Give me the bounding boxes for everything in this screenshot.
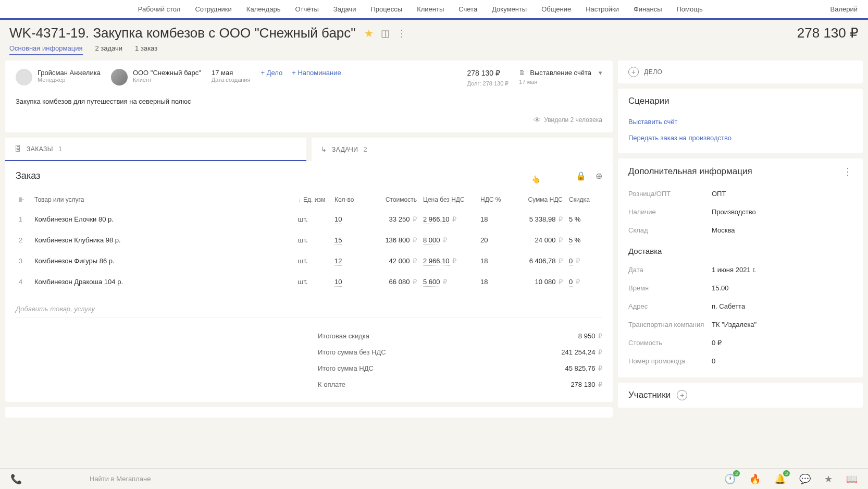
add-reminder-link[interactable]: + Напоминание (292, 69, 341, 77)
delivery-address-value: п. Сабетта (712, 302, 745, 310)
participants-title: Участники (628, 390, 671, 400)
retail-label: Розница/ОПТ (628, 190, 712, 198)
nav-finance[interactable]: Финансы (634, 5, 662, 13)
section-tab-orders[interactable]: 🗄 ЗАКАЗЫ 1 (5, 138, 306, 161)
row-name: Комбинезон Клубника 98 р. (31, 230, 295, 251)
status-block[interactable]: 🗎 Выставление счёта ▾ 17 мая (519, 69, 602, 85)
sort-icon[interactable]: ↓ (298, 196, 301, 203)
summary-amount: 278 130 ₽ (467, 69, 509, 77)
col-name[interactable]: Товар или услуга (31, 191, 295, 209)
nav-documents[interactable]: Документы (492, 5, 527, 13)
table-row[interactable]: 4 Комбинезон Дракоша 104 р. шт. 10 66 08… (16, 272, 602, 292)
row-discount[interactable]: 0 ₽ (566, 251, 602, 272)
add-participant-icon[interactable]: + (677, 390, 687, 400)
row-vat-sum: 24 000 ₽ (514, 230, 566, 251)
creation-date: 17 мая (212, 69, 251, 77)
tab-tasks[interactable]: 2 задачи (95, 44, 123, 55)
status-date: 17 мая (519, 79, 602, 85)
row-vat-sum: 10 080 ₽ (514, 272, 566, 292)
header-amount: 278 130 ₽ (797, 25, 859, 41)
scenario-invoice[interactable]: Выставить счёт (628, 114, 852, 130)
row-qty[interactable]: 15 (331, 230, 368, 251)
row-discount[interactable]: 0 ₽ (566, 272, 602, 292)
creation-date-label: Дата создания (212, 77, 251, 83)
nav-employees[interactable]: Сотрудники (195, 5, 231, 13)
add-deal-link[interactable]: + Дело (261, 69, 282, 77)
deal-header-card[interactable]: + ДЕЛО (618, 60, 863, 83)
manager-avatar (16, 69, 32, 85)
summary-debt: Долг: 278 130 ₽ (467, 80, 509, 87)
col-cost[interactable]: Стоимость (368, 191, 420, 209)
nav-help[interactable]: Помощь (677, 5, 703, 13)
row-discount[interactable]: 5 % (566, 230, 602, 251)
tag-icon[interactable]: ◫ (381, 28, 390, 39)
columns-icon[interactable]: ⊪ (19, 196, 24, 203)
table-row[interactable]: 1 Комбинезон Ёлочки 80 р. шт. 10 33 250 … (16, 209, 602, 230)
delivery-time-label: Время (628, 284, 712, 292)
page-header: WK-4371-19. Закупка комбезов с ООО "Снеж… (0, 20, 868, 44)
delivery-cost-label: Стоимость (628, 339, 712, 347)
delivery-time-value: 15.00 (712, 284, 729, 292)
add-icon[interactable]: ⊕ (596, 171, 602, 181)
row-name: Комбинезон Фигуры 86 р. (31, 251, 295, 272)
row-qty[interactable]: 12 (331, 251, 368, 272)
orders-tab-count: 1 (58, 145, 62, 153)
scenario-production[interactable]: Передать заказ на производство (628, 130, 852, 146)
add-item-input[interactable]: Добавить товар, услугу (16, 301, 602, 317)
briefcase-icon: 🗄 (15, 145, 21, 153)
nav-calendar[interactable]: Календарь (246, 5, 281, 13)
plus-circle-icon[interactable]: + (628, 67, 639, 77)
nav-settings[interactable]: Настройки (586, 5, 619, 13)
row-price-no-vat[interactable]: 2 966,10 ₽ (420, 251, 477, 272)
invoice-icon: 🗎 (519, 69, 526, 77)
col-unit: Ед. изм (303, 196, 325, 203)
addinfo-more-icon[interactable]: ⋮ (843, 166, 852, 177)
nav-reports[interactable]: Отчёты (295, 5, 318, 13)
nav-clients[interactable]: Клиенты (417, 5, 444, 13)
col-price-no-vat[interactable]: Цена без НДС (420, 191, 477, 209)
current-user[interactable]: Валерий (830, 5, 858, 13)
client-role: Клиент (133, 77, 201, 83)
scenarios-card: Сценарии Выставить счёт Передать заказ н… (618, 89, 863, 153)
col-discount[interactable]: Скидка (566, 191, 602, 209)
tab-order[interactable]: 1 заказ (135, 44, 157, 55)
nav-processes[interactable]: Процессы (370, 5, 402, 13)
section-tab-tasks[interactable]: ↳ ЗАДАЧИ 2 (312, 138, 613, 161)
table-row[interactable]: 2 Комбинезон Клубника 98 р. шт. 15 136 8… (16, 230, 602, 251)
addinfo-card: Дополнительная информация ⋮ Розница/ОПТО… (618, 158, 863, 377)
more-icon[interactable]: ⋮ (397, 28, 406, 39)
manager-block[interactable]: Гройсман Анжелика Менеджер (16, 69, 101, 85)
row-price-no-vat[interactable]: 8 000 ₽ (420, 230, 477, 251)
row-discount[interactable]: 5 % (566, 209, 602, 230)
row-cost: 136 800 ₽ (368, 230, 420, 251)
row-qty[interactable]: 10 (331, 272, 368, 292)
col-qty[interactable]: Кол-во (331, 191, 368, 209)
row-price-no-vat[interactable]: 5 600 ₽ (420, 272, 477, 292)
total-no-vat-value: 241 254,24 ₽ (529, 348, 602, 356)
col-vat-pct[interactable]: НДС % (477, 191, 514, 209)
row-price-no-vat[interactable]: 2 966,10 ₽ (420, 209, 477, 230)
total-pay-label: К оплате (16, 381, 529, 388)
cursor-icon: 👆 (531, 175, 540, 185)
nav-chat[interactable]: Общение (541, 5, 571, 13)
summary-amount-block: 278 130 ₽ Долг: 278 130 ₽ (467, 69, 509, 87)
stock-label: Наличие (628, 208, 712, 216)
row-cost: 66 080 ₽ (368, 272, 420, 292)
nav-invoices[interactable]: Счета (458, 5, 477, 13)
row-qty[interactable]: 10 (331, 209, 368, 230)
star-icon[interactable]: ★ (364, 27, 374, 40)
table-row[interactable]: 3 Комбинезон Фигуры 86 р. шт. 12 42 000 … (16, 251, 602, 272)
client-block[interactable]: ООО "Снежный барс" Клиент (111, 69, 201, 85)
addinfo-title: Дополнительная информация (628, 166, 752, 177)
delivery-cost-value: 0 ₽ (712, 339, 722, 347)
tab-main-info[interactable]: Основная информация (9, 44, 83, 55)
warehouse-value: Москва (712, 226, 735, 234)
views-info[interactable]: 👁 Увидели 2 человека (16, 116, 602, 124)
lock-icon[interactable]: 🔒 (576, 171, 586, 181)
nav-desktop[interactable]: Рабочий стол (138, 5, 181, 13)
nav-tasks[interactable]: Задачи (333, 5, 356, 13)
promo-label: Номер промокода (628, 357, 712, 365)
col-vat-sum[interactable]: Сумма НДС (514, 191, 566, 209)
row-name: Комбинезон Дракоша 104 р. (31, 272, 295, 292)
order-card: Заказ 👆 🔒 ⊕ ⊪ Товар или услуга ↓Ед. изм … (5, 161, 613, 402)
